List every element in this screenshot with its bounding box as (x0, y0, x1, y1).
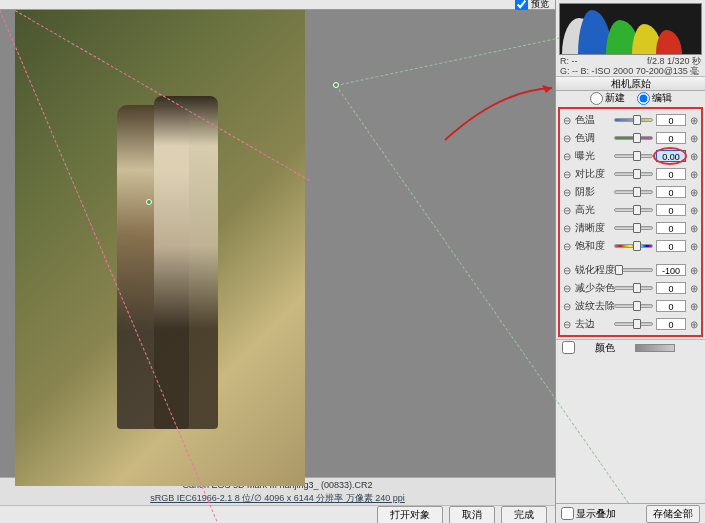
slider-track[interactable] (614, 118, 653, 122)
slider-value[interactable]: 0 (656, 114, 686, 126)
panel-tab-header[interactable]: 相机原始 (556, 77, 705, 91)
plus-icon[interactable]: ⊕ (689, 169, 699, 180)
bottom-button-row: 打开对象 取消 完成 (0, 505, 555, 523)
slider-noise[interactable]: ⊖ 减少杂色 0 ⊕ (562, 279, 699, 297)
overlay-toggle[interactable]: 显示叠加 (561, 507, 616, 521)
plus-icon[interactable]: ⊕ (689, 133, 699, 144)
slider-track[interactable] (614, 208, 653, 212)
color-row: 颜色 (556, 339, 705, 355)
plus-icon[interactable]: ⊕ (689, 187, 699, 198)
image-info-link[interactable]: sRGB IEC61966-2.1 8 位/∅ 4096 x 6144 分辨率 … (0, 491, 555, 505)
slider-saturation[interactable]: ⊖ 饱和度 0 ⊕ (562, 237, 699, 255)
plus-icon[interactable]: ⊕ (689, 223, 699, 234)
photo-preview (15, 10, 305, 486)
side-footer: 显示叠加 存储全部 (556, 503, 705, 523)
annotation-arrow (440, 80, 560, 150)
minus-icon[interactable]: ⊖ (562, 115, 572, 126)
plus-icon[interactable]: ⊕ (689, 115, 699, 126)
slider-value[interactable]: -100 (656, 264, 686, 276)
side-panel: R: --f/2.8 1/320 秒 G: -- B: --ISO 2000 7… (555, 0, 705, 523)
slider-tint[interactable]: ⊖ 色调 0 ⊕ (562, 129, 699, 147)
slider-temp[interactable]: ⊖ 色温 0 ⊕ (562, 111, 699, 129)
slider-value[interactable]: 0 (656, 282, 686, 294)
slider-track[interactable] (614, 244, 653, 248)
preview-toggle-label: 预览 (531, 0, 549, 9)
plus-icon[interactable]: ⊕ (689, 319, 699, 330)
minus-icon[interactable]: ⊖ (562, 223, 572, 234)
exif-meta: R: --f/2.8 1/320 秒 G: -- B: --ISO 2000 7… (556, 55, 705, 77)
slider-track[interactable] (614, 154, 653, 158)
slider-value[interactable]: 0 (656, 204, 686, 216)
slider-track[interactable] (614, 226, 653, 230)
slider-value-highlighted[interactable]: 0.00 (656, 150, 686, 162)
anchor-point[interactable] (146, 199, 152, 205)
exposure-text: f/2.8 1/320 秒 (647, 56, 701, 66)
slider-value[interactable]: 0 (656, 186, 686, 198)
slider-shadow[interactable]: ⊖ 阴影 0 ⊕ (562, 183, 699, 201)
anchor-point[interactable] (333, 82, 339, 88)
minus-icon[interactable]: ⊖ (562, 169, 572, 180)
slider-exposure[interactable]: ⊖ 曝光 0.00 ⊕ (562, 147, 699, 165)
preview-area[interactable] (0, 10, 555, 477)
sliders-group: ⊖ 色温 0 ⊕ ⊖ 色调 0 ⊕ ⊖ 曝光 0.00 ⊕ (558, 107, 703, 337)
radio-edit[interactable]: 编辑 (637, 91, 672, 105)
done-button[interactable]: 完成 (501, 506, 547, 524)
slider-moire[interactable]: ⊖ 波纹去除 0 ⊕ (562, 297, 699, 315)
slider-contrast[interactable]: ⊖ 对比度 0 ⊕ (562, 165, 699, 183)
slider-track[interactable] (614, 172, 653, 176)
cancel-button[interactable]: 取消 (449, 506, 495, 524)
color-swatch[interactable] (635, 344, 675, 352)
mode-radio-row: 新建 编辑 (556, 91, 705, 105)
slider-track[interactable] (614, 190, 653, 194)
slider-value[interactable]: 0 (656, 168, 686, 180)
slider-defringe[interactable]: ⊖ 去边 0 ⊕ (562, 315, 699, 333)
plus-icon[interactable]: ⊕ (689, 301, 699, 312)
plus-icon[interactable]: ⊕ (689, 265, 699, 276)
slider-track[interactable] (614, 304, 653, 308)
radio-new[interactable]: 新建 (590, 91, 625, 105)
minus-icon[interactable]: ⊖ (562, 283, 572, 294)
slider-highlight[interactable]: ⊖ 高光 0 ⊕ (562, 201, 699, 219)
slider-value[interactable]: 0 (656, 132, 686, 144)
slider-track[interactable] (614, 322, 653, 326)
slider-track[interactable] (614, 268, 653, 272)
color-checkbox[interactable] (562, 341, 575, 354)
minus-icon[interactable]: ⊖ (562, 133, 572, 144)
plus-icon[interactable]: ⊕ (689, 283, 699, 294)
plus-icon[interactable]: ⊕ (689, 241, 699, 252)
slider-value[interactable]: 0 (656, 240, 686, 252)
slider-clarity[interactable]: ⊖ 清晰度 0 ⊕ (562, 219, 699, 237)
minus-icon[interactable]: ⊖ (562, 151, 572, 162)
histogram[interactable] (559, 3, 702, 55)
plus-icon[interactable]: ⊕ (689, 151, 699, 162)
slider-value[interactable]: 0 (656, 300, 686, 312)
preview-toolbar: 预览 (0, 0, 555, 10)
slider-value[interactable]: 0 (656, 222, 686, 234)
preview-panel: 预览 Canon EOS 5D Mark III nanjing3_ (0083… (0, 0, 555, 523)
minus-icon[interactable]: ⊖ (562, 187, 572, 198)
open-button[interactable]: 打开对象 (377, 506, 443, 524)
minus-icon[interactable]: ⊖ (562, 319, 572, 330)
save-all-button[interactable]: 存储全部 (646, 505, 700, 523)
overlay-checkbox[interactable] (561, 507, 574, 520)
slider-value[interactable]: 0 (656, 318, 686, 330)
slider-sharpen[interactable]: ⊖ 锐化程度 -100 ⊕ (562, 261, 699, 279)
plus-icon[interactable]: ⊕ (689, 205, 699, 216)
minus-icon[interactable]: ⊖ (562, 265, 572, 276)
minus-icon[interactable]: ⊖ (562, 205, 572, 216)
minus-icon[interactable]: ⊖ (562, 301, 572, 312)
color-label: 颜色 (595, 341, 615, 355)
slider-track[interactable] (614, 136, 653, 140)
slider-track[interactable] (614, 286, 653, 290)
minus-icon[interactable]: ⊖ (562, 241, 572, 252)
